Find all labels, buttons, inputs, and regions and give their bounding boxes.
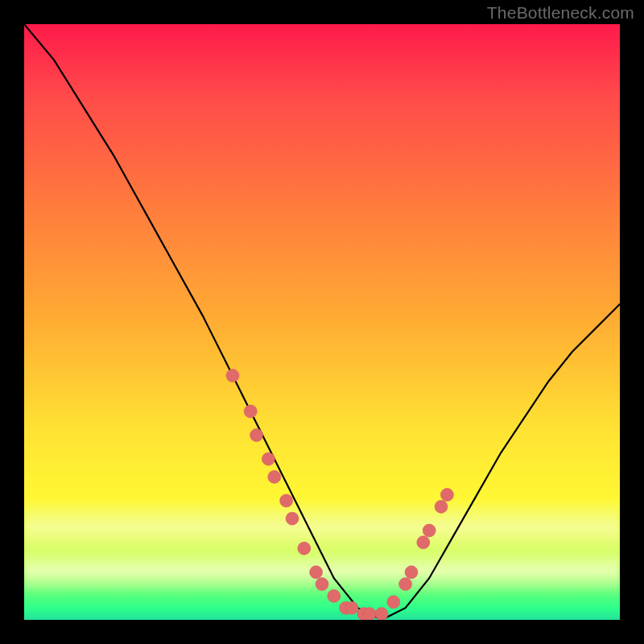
watermark-text: TheBottleneck.com: [487, 3, 634, 23]
highlight-dot: [310, 566, 323, 579]
highlight-dot: [423, 524, 436, 537]
highlight-dot: [226, 369, 239, 382]
highlight-dot: [298, 542, 311, 555]
highlighted-dots-group: [226, 369, 453, 620]
highlight-dot: [286, 512, 299, 525]
highlight-dot: [316, 578, 328, 591]
plot-area: [24, 24, 620, 620]
highlight-dot: [244, 405, 257, 418]
highlight-dot: [250, 429, 263, 442]
highlight-dot: [268, 470, 281, 483]
highlight-dot: [328, 589, 341, 602]
highlight-dot: [375, 608, 388, 620]
highlight-dot: [405, 566, 418, 579]
outer-frame: TheBottleneck.com: [0, 0, 644, 644]
highlight-dot: [387, 596, 400, 609]
bottleneck-curve-line: [24, 24, 620, 620]
bottleneck-curve-svg: [24, 24, 620, 620]
highlight-dot: [262, 452, 275, 465]
highlight-dot: [345, 601, 358, 614]
highlight-dot: [363, 608, 376, 620]
highlight-dot: [440, 489, 453, 502]
highlight-dot: [417, 536, 430, 549]
highlight-dot: [399, 578, 412, 591]
highlight-dot: [280, 494, 293, 507]
highlight-dot: [435, 500, 448, 513]
